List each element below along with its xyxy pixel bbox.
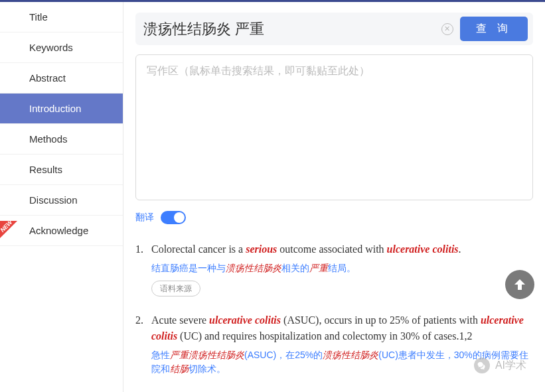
sidebar-item-title[interactable]: Title: [0, 2, 123, 33]
main-panel: ✕ 查 询 写作区（鼠标单击搜索结果，即可黏贴至此处） 翻译 1. Colore…: [123, 2, 545, 392]
sidebar-item-abstract[interactable]: Abstract: [0, 63, 123, 94]
sidebar-item-results[interactable]: Results: [0, 155, 123, 185]
app-container: Title Keywords Abstract Introduction Met…: [0, 2, 545, 392]
translate-label: 翻译: [135, 212, 154, 224]
sidebar: Title Keywords Abstract Introduction Met…: [0, 2, 123, 392]
result-sentence: Acute severe ulcerative colitis (ASUC), …: [151, 312, 533, 344]
arrow-up-icon: [512, 277, 528, 293]
sidebar-item-methods[interactable]: Methods: [0, 124, 123, 155]
sidebar-item-acknowledge[interactable]: Acknowledge: [0, 216, 123, 246]
result-number: 2.: [135, 312, 151, 376]
sidebar-item-keywords[interactable]: Keywords: [0, 33, 123, 63]
query-button[interactable]: 查 询: [460, 17, 528, 41]
result-translation: 急性严重溃疡性结肠炎(ASUC)，在25%的溃疡性结肠炎(UC)患者中发生，30…: [151, 348, 533, 376]
search-input[interactable]: [141, 18, 435, 40]
result-translation: 结直肠癌是一种与溃疡性结肠炎相关的严重结局。: [151, 261, 533, 275]
result-item[interactable]: 2. Acute severe ulcerative colitis (ASUC…: [135, 312, 533, 376]
result-number: 1.: [135, 241, 151, 296]
result-body: Acute severe ulcerative colitis (ASUC), …: [151, 312, 533, 376]
writing-area-placeholder: 写作区（鼠标单击搜索结果，即可黏贴至此处）: [147, 65, 370, 76]
result-item[interactable]: 1. Colorectal cancer is a serious outcom…: [135, 241, 533, 296]
clear-icon[interactable]: ✕: [441, 23, 453, 35]
sidebar-item-discussion[interactable]: Discussion: [0, 185, 123, 216]
result-body: Colorectal cancer is a serious outcome a…: [151, 241, 533, 296]
scroll-top-button[interactable]: [505, 270, 534, 299]
writing-area[interactable]: 写作区（鼠标单击搜索结果，即可黏贴至此处）: [135, 54, 533, 200]
source-button[interactable]: 语料来源: [151, 281, 200, 296]
result-sentence: Colorectal cancer is a serious outcome a…: [151, 241, 533, 257]
translate-toggle[interactable]: [161, 211, 186, 224]
search-bar: ✕ 查 询: [135, 13, 533, 45]
results-list: 1. Colorectal cancer is a serious outcom…: [135, 241, 533, 376]
translate-row: 翻译: [135, 211, 533, 224]
sidebar-item-introduction[interactable]: Introduction: [0, 94, 123, 124]
